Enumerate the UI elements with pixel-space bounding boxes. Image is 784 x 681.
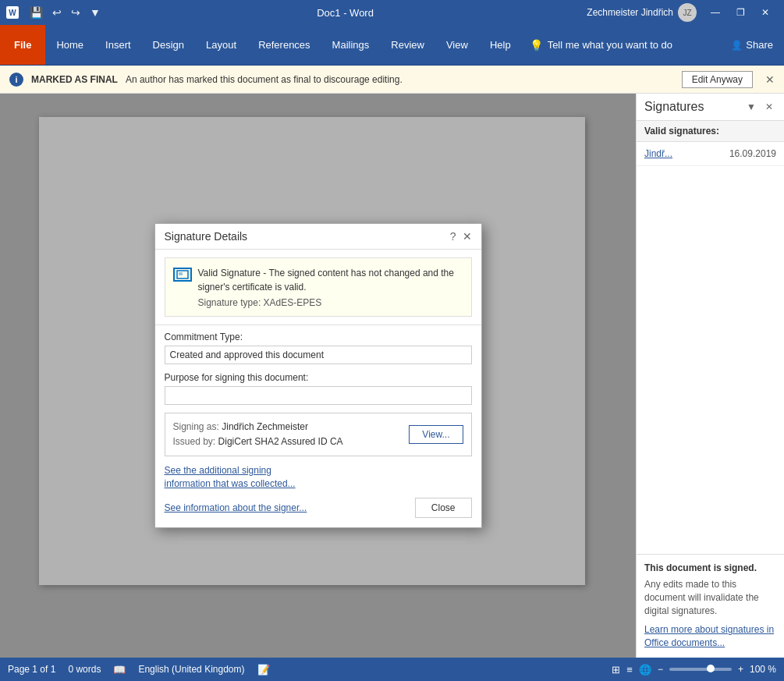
title-bar-right: Zechmeister Jindřich JZ — ❐ ✕ [587,0,778,25]
zoom-plus-button[interactable]: + [738,664,743,675]
signer-details: Signing as: Jindřich Zechmeister Issued … [173,420,343,449]
web-view-icon[interactable]: 🌐 [639,664,651,676]
signer-info-link-2[interactable]: See information about the signer... [165,502,307,515]
signing-as-label: Signing as: [173,421,219,432]
username-label: Zechmeister Jindřich [587,7,673,18]
notification-icon: i [9,73,23,87]
purpose-input[interactable] [165,386,472,405]
modal-overlay: Signature Details ? ✕ Val [0,94,636,658]
zoom-minus-button[interactable]: − [658,664,663,675]
redo-icon[interactable]: ↪ [68,5,83,20]
tab-references[interactable]: References [247,25,321,65]
tab-design[interactable]: Design [142,25,195,65]
read-view-icon[interactable]: ≡ [626,664,633,676]
commitment-input[interactable] [165,346,472,364]
ribbon: File Home Insert Design Layout Reference… [0,25,784,66]
minimize-button[interactable]: — [703,0,728,25]
sig-footer-title: This document is signed. [644,562,776,573]
signature-type-text: Signature type: XAdES-EPES [198,297,463,308]
sig-type-value: XAdES-EPES [264,297,322,308]
title-bar: W 💾 ↩ ↪ ▼ Doc1 - Word Zechmeister Jindři… [0,0,784,25]
tell-me-bar[interactable]: 💡 Tell me what you want to do [522,25,680,65]
read-mode-icon[interactable]: 📖 [113,664,126,676]
signatures-panel-title: Signatures [644,100,704,114]
sig-type-label: Signature type: [198,297,261,308]
signatures-panel-footer: This document is signed. Any edits made … [637,554,784,658]
tab-view[interactable]: View [435,25,479,65]
dropdown-icon[interactable]: ▼ [87,5,104,20]
tab-file[interactable]: File [0,25,45,65]
language: English (United Kingdom) [138,664,244,675]
close-button[interactable]: ✕ [753,0,778,25]
notification-bar: i MARKED AS FINAL An author has marked t… [0,66,784,94]
learn-more-link[interactable]: Learn more about signatures in Office do… [644,624,774,648]
word-icon: W [6,6,19,19]
issued-by-row: Issued by: DigiCert SHA2 Assured ID CA [173,434,343,449]
signature-valid-icon [173,268,192,282]
save-icon[interactable]: 💾 [27,5,46,20]
share-button[interactable]: 👤 Share [720,39,784,51]
edit-anyway-button[interactable]: Edit Anyway [682,71,753,88]
notification-message: An author has marked this document as fi… [126,74,674,85]
issued-by-value: DigiCert SHA2 Assured ID CA [218,436,343,447]
signature-entry: Jindř... 16.09.2019 [637,142,784,166]
window-title: Doc1 - Word [104,7,587,19]
layout-view-icon[interactable]: ⊞ [612,664,620,676]
signing-as-row: Signing as: Jindřich Zechmeister [173,420,343,434]
track-changes-icon[interactable]: 📝 [257,664,270,676]
signatures-panel-close-icon[interactable]: ✕ [762,100,776,114]
title-bar-left: W 💾 ↩ ↪ ▼ [6,5,104,20]
tab-home[interactable]: Home [45,25,94,65]
signatures-panel-controls: ▼ ✕ [743,100,776,114]
user-avatar: JZ [678,3,697,22]
signature-name[interactable]: Jindř... [644,148,672,159]
issued-by-label: Issued by: [173,436,216,447]
window-controls: — ❐ ✕ [703,0,778,25]
word-count: 0 words [68,664,101,675]
tab-review[interactable]: Review [380,25,435,65]
svg-rect-1 [179,272,183,275]
zoom-thumb [707,665,715,672]
valid-banner-text: Valid Signature - The signed content has… [198,266,463,294]
purpose-label: Purpose for signing this document: [165,372,472,383]
signer-info-row: Signing as: Jindřich Zechmeister Issued … [165,413,472,456]
document-area: Signature Details ? ✕ Val [0,94,636,658]
commitment-label: Commitment Type: [165,332,472,342]
view-certificate-button[interactable]: View... [409,425,463,444]
main-area: Signature Details ? ✕ Val [0,94,784,658]
share-icon: 👤 [731,40,743,51]
restore-button[interactable]: ❐ [728,0,753,25]
modal-close-icon[interactable]: ✕ [463,230,472,243]
additional-info-link[interactable]: See the additional signing information t… [165,464,321,491]
modal-footer-row: See the additional signing information t… [165,464,472,519]
tab-layout[interactable]: Layout [195,25,247,65]
modal-help-button[interactable]: ? [450,230,456,243]
zoom-controls: ⊞ ≡ 🌐 − + 100 % [612,664,776,676]
signatures-panel-dropdown-icon[interactable]: ▼ [743,100,759,114]
undo-icon[interactable]: ↩ [49,5,65,20]
zoom-slider[interactable] [669,668,732,671]
modal-close-button-new[interactable]: Close [415,498,472,518]
signature-details-modal: Signature Details ? ✕ Val [154,223,482,529]
page-count: Page 1 of 1 [8,664,55,675]
notification-close-icon[interactable]: ✕ [765,73,775,86]
modal-title-label: Signature Details [165,230,248,243]
ribbon-right: 👤 Share [720,25,784,65]
tab-insert[interactable]: Insert [94,25,142,65]
share-label: Share [746,39,773,51]
tab-mailings[interactable]: Mailings [321,25,381,65]
notification-label: MARKED AS FINAL [31,74,118,85]
valid-signatures-header: Valid signatures: [637,121,784,142]
signing-as-value: Jindřich Zechmeister [222,421,308,432]
tab-help[interactable]: Help [479,25,522,65]
quick-access-toolbar: 💾 ↩ ↪ ▼ [27,5,104,20]
modal-divider-1 [155,325,481,325]
valid-signature-banner: Valid Signature - The signed content has… [165,257,472,317]
signature-date: 16.09.2019 [729,148,776,159]
valid-banner-content: Valid Signature - The signed content has… [198,266,463,308]
tell-me-label: Tell me what you want to do [548,39,672,51]
sig-footer-text: Any edits made to this document will inv… [644,578,776,617]
signatures-panel: Signatures ▼ ✕ Valid signatures: Jindř..… [636,94,784,658]
lightbulb-icon: 💡 [530,39,543,51]
signatures-panel-header: Signatures ▼ ✕ [637,94,784,121]
